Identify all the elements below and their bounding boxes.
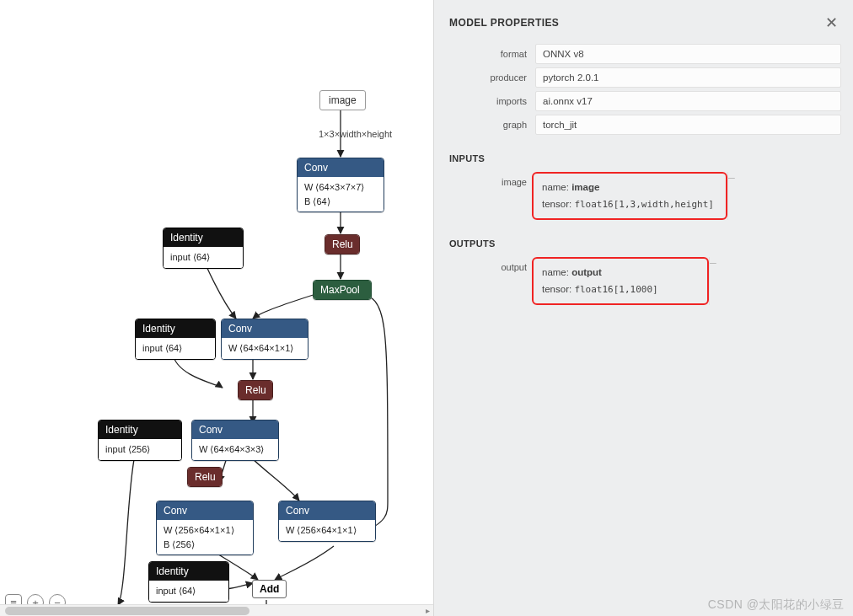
tensor-value: float16[1,3,width,height] bbox=[574, 199, 714, 210]
tensor-value: float16[1,1000] bbox=[574, 284, 657, 295]
node-conv3[interactable]: Conv W ⟨64×64×3×3⟩ bbox=[191, 420, 279, 461]
prop-label: graph bbox=[446, 115, 535, 135]
node-title: Identity bbox=[136, 319, 215, 338]
tensor-label: tensor: bbox=[542, 284, 571, 294]
node-attr: input ⟨64⟩ bbox=[142, 341, 208, 356]
node-title: Conv bbox=[298, 158, 384, 177]
properties-panel: MODEL PROPERTIES ✕ format ONNX v8 produc… bbox=[434, 0, 853, 616]
node-title: Identity bbox=[164, 228, 243, 247]
scroll-right-arrow[interactable]: ▸ bbox=[421, 605, 433, 616]
node-title: Relu bbox=[188, 468, 222, 486]
horizontal-scrollbar[interactable]: ▸ bbox=[0, 604, 433, 616]
collapse-button[interactable]: – bbox=[728, 170, 735, 184]
output-highlight-box: name: output tensor: float16[1,1000] bbox=[532, 257, 709, 305]
node-conv4[interactable]: Conv W ⟨256×64×1×1⟩ B ⟨256⟩ bbox=[156, 501, 254, 555]
node-attr: input ⟨64⟩ bbox=[170, 250, 236, 265]
scrollbar-thumb[interactable] bbox=[5, 607, 249, 615]
graph-canvas[interactable]: image 1×3×width×height Conv W ⟨64×3×7×7⟩… bbox=[0, 0, 434, 616]
node-title: Conv bbox=[279, 501, 375, 520]
node-relu2[interactable]: Relu bbox=[238, 380, 273, 400]
node-title: Add bbox=[260, 583, 279, 595]
node-title: Identity bbox=[99, 420, 181, 439]
prop-value[interactable]: pytorch 2.0.1 bbox=[535, 67, 841, 88]
node-add[interactable]: Add bbox=[252, 580, 287, 598]
node-title: Conv bbox=[192, 420, 278, 439]
node-title: Conv bbox=[157, 501, 253, 520]
node-attr: B ⟨256⟩ bbox=[164, 538, 246, 552]
prop-row-producer: producer pytorch 2.0.1 bbox=[446, 67, 841, 88]
tensor-label: tensor: bbox=[542, 199, 571, 209]
section-inputs: INPUTS bbox=[446, 138, 841, 172]
node-identity-4[interactable]: Identity input ⟨64⟩ bbox=[148, 561, 229, 603]
node-attr: input ⟨64⟩ bbox=[156, 584, 222, 598]
node-attr: input ⟨256⟩ bbox=[105, 442, 174, 457]
close-button[interactable]: ✕ bbox=[822, 13, 841, 32]
input-node-label: image bbox=[329, 94, 357, 106]
node-title: Relu bbox=[325, 235, 359, 254]
node-relu3[interactable]: Relu bbox=[187, 467, 223, 487]
node-attr: W ⟨64×64×3×3⟩ bbox=[199, 442, 271, 457]
prop-row-format: format ONNX v8 bbox=[446, 44, 841, 64]
edge-label-input-shape: 1×3×width×height bbox=[319, 129, 392, 139]
node-attr: W ⟨256×64×1×1⟩ bbox=[286, 523, 368, 538]
name-value: output bbox=[571, 267, 602, 277]
input-highlight-box: name: image tensor: float16[1,3,width,he… bbox=[532, 172, 727, 220]
prop-row-graph: graph torch_jit bbox=[446, 115, 841, 135]
node-conv2[interactable]: Conv W ⟨64×64×1×1⟩ bbox=[221, 319, 308, 360]
node-attr: B ⟨64⟩ bbox=[304, 195, 377, 209]
output-detail-ext[interactable]: – bbox=[709, 257, 716, 305]
name-value: image bbox=[571, 182, 599, 192]
prop-value[interactable]: ONNX v8 bbox=[535, 44, 841, 64]
node-relu1[interactable]: Relu bbox=[325, 234, 360, 254]
node-attr: W ⟨64×64×1×1⟩ bbox=[228, 341, 301, 356]
output-label: output bbox=[446, 257, 535, 305]
node-conv1[interactable]: Conv W ⟨64×3×7×7⟩ B ⟨64⟩ bbox=[297, 158, 384, 212]
prop-value[interactable]: torch_jit bbox=[535, 115, 841, 135]
node-identity-1[interactable]: Identity input ⟨64⟩ bbox=[163, 228, 244, 269]
prop-value[interactable]: ai.onnx v17 bbox=[535, 91, 841, 111]
input-label: image bbox=[446, 172, 535, 220]
node-identity-3[interactable]: Identity input ⟨256⟩ bbox=[98, 420, 182, 461]
node-maxpool[interactable]: MaxPool bbox=[313, 280, 372, 300]
node-title: Identity bbox=[149, 562, 228, 581]
prop-label: producer bbox=[446, 67, 535, 88]
input-detail[interactable]: name: image tensor: float16[1,3,width,he… bbox=[535, 175, 724, 217]
collapse-button[interactable]: – bbox=[710, 255, 716, 269]
panel-title: MODEL PROPERTIES bbox=[449, 17, 559, 29]
input-detail-ext[interactable]: – bbox=[727, 172, 735, 220]
name-label: name: bbox=[542, 267, 569, 277]
node-attr: W ⟨64×3×7×7⟩ bbox=[304, 180, 377, 195]
node-identity-2[interactable]: Identity input ⟨64⟩ bbox=[135, 319, 216, 360]
node-attr: W ⟨256×64×1×1⟩ bbox=[164, 523, 246, 538]
name-label: name: bbox=[542, 182, 569, 192]
output-row-output: output name: output tensor: float16[1,10… bbox=[446, 257, 841, 305]
prop-row-imports: imports ai.onnx v17 bbox=[446, 91, 841, 111]
section-outputs: OUTPUTS bbox=[446, 223, 841, 257]
close-icon: ✕ bbox=[825, 14, 838, 31]
prop-label: format bbox=[446, 44, 535, 64]
node-title: MaxPool bbox=[314, 281, 371, 299]
node-title: Conv bbox=[222, 319, 308, 338]
node-title: Relu bbox=[239, 381, 272, 399]
prop-label: imports bbox=[446, 91, 535, 111]
input-row-image: image name: image tensor: float16[1,3,wi… bbox=[446, 172, 841, 220]
output-detail[interactable]: name: output tensor: float16[1,1000] bbox=[535, 260, 705, 302]
input-node-image[interactable]: image bbox=[319, 90, 366, 110]
node-conv5[interactable]: Conv W ⟨256×64×1×1⟩ bbox=[278, 501, 376, 542]
